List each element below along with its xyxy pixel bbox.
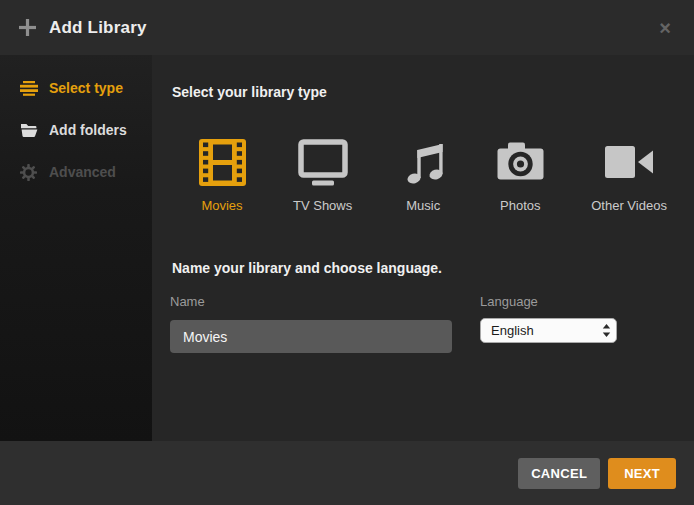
sidebar-item-label: Add folders bbox=[49, 122, 127, 138]
dialog-footer: CANCEL NEXT bbox=[0, 441, 694, 505]
sidebar-item-label: Advanced bbox=[49, 164, 116, 180]
language-selected-value: English bbox=[491, 323, 534, 338]
library-type-label: Other Videos bbox=[591, 198, 667, 213]
next-button[interactable]: NEXT bbox=[608, 458, 676, 489]
tv-icon bbox=[297, 138, 349, 186]
camera-icon bbox=[494, 138, 546, 186]
film-icon bbox=[196, 138, 248, 186]
library-type-label: TV Shows bbox=[293, 198, 352, 213]
sidebar-item-select-type[interactable]: Select type bbox=[0, 67, 152, 109]
updown-arrows-icon bbox=[602, 323, 611, 338]
library-type-movies[interactable]: Movies bbox=[196, 138, 248, 213]
library-name-input[interactable] bbox=[170, 320, 452, 353]
sidebar-item-label: Select type bbox=[49, 80, 123, 96]
dialog-title: Add Library bbox=[49, 18, 147, 38]
fields-row: Name Language English bbox=[170, 294, 694, 353]
folder-open-icon bbox=[20, 122, 38, 139]
name-field-group: Name bbox=[170, 294, 452, 353]
sidebar-item-add-folders[interactable]: Add folders bbox=[0, 109, 152, 151]
type-section-title: Select your library type bbox=[172, 84, 694, 100]
language-field-label: Language bbox=[480, 294, 617, 309]
library-type-row: Movies TV Shows bbox=[196, 138, 694, 213]
main-content: Select your library type bbox=[152, 55, 694, 441]
plus-icon bbox=[19, 19, 36, 36]
library-type-music[interactable]: Music bbox=[397, 138, 449, 213]
library-type-label: Photos bbox=[500, 198, 540, 213]
list-lines-icon bbox=[20, 80, 38, 97]
sidebar: Select type Add folders bbox=[0, 55, 152, 441]
video-camera-icon bbox=[603, 138, 655, 186]
sidebar-item-advanced[interactable]: Advanced bbox=[0, 151, 152, 193]
music-note-icon bbox=[397, 138, 449, 186]
language-field-group: Language English bbox=[480, 294, 617, 353]
name-section-title: Name your library and choose language. bbox=[172, 260, 694, 276]
library-type-other-videos[interactable]: Other Videos bbox=[591, 138, 667, 213]
cancel-button[interactable]: CANCEL bbox=[518, 458, 600, 489]
add-library-dialog: Add Library × Select type bbox=[0, 0, 694, 505]
gear-icon bbox=[20, 164, 38, 181]
library-type-photos[interactable]: Photos bbox=[494, 138, 546, 213]
close-icon[interactable]: × bbox=[655, 16, 675, 40]
language-select[interactable]: English bbox=[480, 318, 617, 343]
library-type-label: Movies bbox=[201, 198, 242, 213]
dialog-header: Add Library × bbox=[0, 0, 694, 55]
dialog-body: Select type Add folders bbox=[0, 55, 694, 441]
library-type-label: Music bbox=[406, 198, 440, 213]
library-type-tv-shows[interactable]: TV Shows bbox=[293, 138, 352, 213]
name-field-label: Name bbox=[170, 294, 452, 309]
